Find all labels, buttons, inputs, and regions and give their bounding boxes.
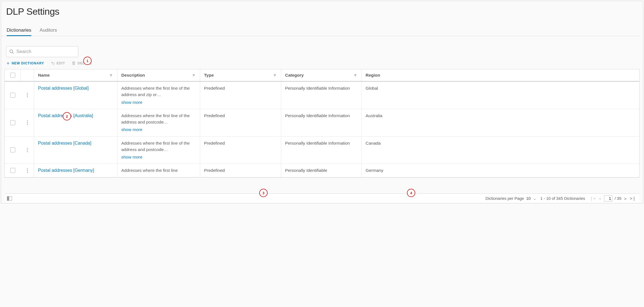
header-name[interactable]: Name▾ [34,69,117,81]
row-checkbox[interactable] [10,168,15,173]
edit-label: EDIT [57,61,65,65]
cell-category: Personally Identifiable Information [281,137,362,164]
page-size-label: Dictionaries per Page [485,196,524,201]
last-page-button[interactable]: >❘ [629,195,637,202]
cell-region: Global [362,82,639,109]
total-pages: / 35 [615,196,621,201]
header-category[interactable]: Category▾ [281,69,362,81]
pager: Dictionaries per Page 10 ⌄ 1 - 10 of 345… [485,195,637,202]
show-more-link[interactable]: show more [121,154,196,160]
range-text: 1 - 10 of 345 Dictionaries [540,196,585,201]
search-box[interactable] [6,46,78,57]
search-row [1,36,643,57]
header-type[interactable]: Type▾ [200,69,281,81]
annotation-3: 3 [259,189,268,197]
filter-icon[interactable]: ▾ [354,73,356,78]
dictionary-link[interactable]: Postal addresses [Global] [38,86,89,90]
cell-description: Addresses where the first line of the ad… [117,109,200,136]
chevron-down-icon[interactable]: ⌄ [533,196,537,201]
page-title: DLP Settings [1,1,643,17]
next-page-button[interactable]: > [623,196,627,202]
row-checkbox-cell [5,109,21,136]
new-dictionary-label: NEW DICTIONARY [12,61,44,65]
annotation-4: 4 [407,189,415,197]
table-row: Postal addresses [Germany] Addresses whe… [5,164,639,177]
header-region[interactable]: Region [362,69,639,81]
search-input[interactable] [16,49,75,54]
undo-icon [51,61,55,65]
table-row: Postal addresses [Canada] Addresses wher… [5,137,639,164]
app-frame: DLP Settings Dictionaries Auditors NEW D… [1,1,643,203]
row-actions-cell [21,137,34,164]
row-checkbox[interactable] [10,120,15,125]
cell-region: Australia [362,109,639,136]
cell-category: Personally Identifiable Information [281,82,362,109]
row-checkbox-cell [5,82,21,109]
kebab-icon[interactable] [27,93,28,97]
trash-icon [72,61,76,65]
svg-point-0 [10,50,13,53]
filter-icon[interactable]: ▾ [193,73,195,78]
prev-page-button[interactable]: < [598,196,602,202]
search-icon [9,49,14,54]
action-bar: NEW DICTIONARY EDIT DELETE [1,57,643,69]
filter-icon[interactable]: ▾ [110,73,112,78]
show-more-link[interactable]: show more [121,99,196,105]
plus-icon [6,61,10,65]
row-checkbox[interactable] [10,147,15,152]
header-actions-cell [21,69,34,81]
kebab-icon[interactable] [27,120,28,125]
annotation-2: 2 [63,112,71,120]
row-checkbox[interactable] [10,93,15,98]
table-row: Postal addresses [Australia] Addresses w… [5,109,639,137]
header-description[interactable]: Description▾ [117,69,200,81]
kebab-icon[interactable] [27,168,28,173]
edit-button: EDIT [51,61,65,65]
table-row: Postal addresses [Global] Addresses wher… [5,82,639,109]
cell-region: Germany [362,164,639,177]
cell-type: Predefined [200,82,281,109]
cell-description: Addresses where the first line of the ad… [117,137,200,164]
tab-auditors[interactable]: Auditors [40,27,57,36]
cell-region: Canada [362,137,639,164]
first-page-button[interactable]: ❘< [589,195,596,202]
cell-name: Postal addresses [Global] [34,82,117,109]
cell-category: Personally Identifiable [281,164,362,177]
cell-name: Postal addresses [Germany] [34,164,117,177]
cell-description: Addresses where the first line [117,164,200,177]
annotation-1: 1 [83,57,92,65]
dictionary-link[interactable]: Postal addresses [Germany] [38,168,94,173]
kebab-icon[interactable] [27,148,28,152]
dictionary-link[interactable]: Postal addresses [Canada] [38,141,91,145]
cell-type: Predefined [200,137,281,164]
row-actions-cell [21,82,34,109]
tab-dictionaries[interactable]: Dictionaries [7,27,31,36]
row-actions-cell [21,164,34,177]
dictionaries-table: Name▾ Description▾ Type▾ Category▾ Regio… [4,69,640,178]
table-footer: Dictionaries per Page 10 ⌄ 1 - 10 of 345… [5,193,639,203]
table-header: Name▾ Description▾ Type▾ Category▾ Regio… [5,69,639,82]
new-dictionary-button[interactable]: NEW DICTIONARY [6,61,44,65]
cell-type: Predefined [200,109,281,136]
header-checkbox-cell [5,69,21,81]
row-checkbox-cell [5,164,21,177]
column-picker-icon[interactable] [7,196,12,201]
page-size: Dictionaries per Page 10 ⌄ [485,196,537,201]
tabs: Dictionaries Auditors [1,17,640,36]
select-all-checkbox[interactable] [10,73,15,78]
svg-line-1 [12,52,14,54]
page-input[interactable] [604,195,612,202]
row-actions-cell [21,109,34,136]
filter-icon[interactable]: ▾ [274,73,276,78]
cell-name: Postal addresses [Canada] [34,137,117,164]
cell-category: Personally Identifiable Information [281,109,362,136]
cell-type: Predefined [200,164,281,177]
show-more-link[interactable]: show more [121,126,196,133]
cell-name: Postal addresses [Australia] [34,109,117,136]
table-body: Postal addresses [Global] Addresses wher… [5,82,639,177]
cell-description: Addresses where the first line of the ad… [117,82,200,109]
pager-nav: ❘< < / 35 > >❘ [589,195,637,202]
row-checkbox-cell [5,137,21,164]
page-size-value[interactable]: 10 [526,196,530,201]
